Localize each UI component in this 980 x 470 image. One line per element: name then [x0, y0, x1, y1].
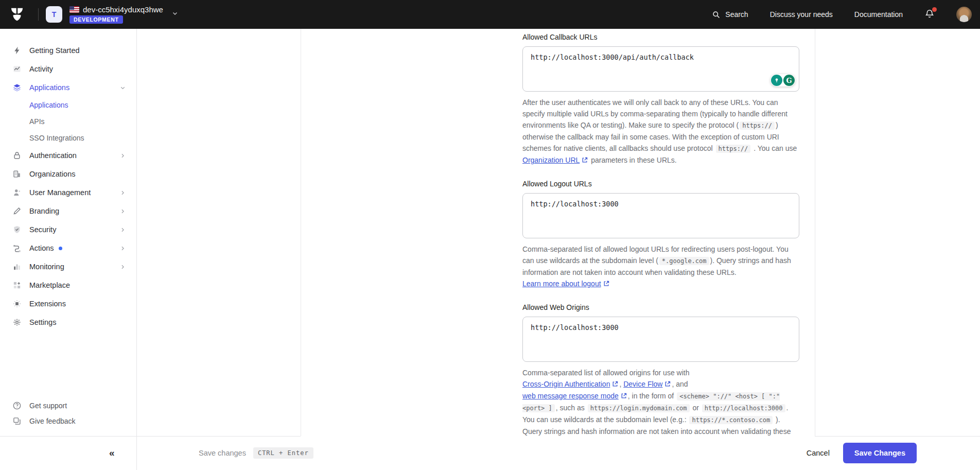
external-link-icon — [603, 278, 609, 290]
sidebar-item-branding[interactable]: Branding — [0, 202, 136, 220]
bar-chart-icon — [12, 262, 22, 271]
external-link-icon — [582, 155, 588, 166]
collapse-sidebar-button[interactable]: « — [109, 447, 115, 459]
search-label: Search — [725, 10, 748, 19]
user-icon — [12, 188, 22, 197]
layers-icon — [12, 83, 22, 92]
activity-chart-icon — [12, 64, 22, 74]
chevron-right-icon — [119, 208, 126, 215]
lightning-icon — [12, 46, 22, 55]
sidebar-item-organizations[interactable]: Organizations — [0, 165, 136, 183]
chevron-right-icon — [119, 189, 126, 196]
grammarly-widget[interactable]: G — [771, 74, 795, 86]
user-avatar[interactable] — [956, 7, 972, 22]
search-icon — [712, 10, 721, 19]
callback-urls-label: Allowed Callback URLs — [522, 32, 799, 42]
environment-badge: DEVELOPMENT — [69, 15, 123, 24]
feedback-chat-icon — [12, 416, 22, 426]
help-link[interactable]: web message response mode — [522, 392, 619, 400]
cancel-button[interactable]: Cancel — [807, 449, 830, 457]
chevron-down-icon — [171, 10, 179, 19]
keyboard-shortcut-badge: CTRL + Enter — [253, 447, 313, 459]
sidebar-item-activity[interactable]: Activity — [0, 60, 136, 78]
web-origins-input[interactable]: http://localhost:3000 — [522, 317, 799, 362]
save-changes-button[interactable]: Save Changes — [843, 443, 917, 463]
auth0-dashboard: T dev-cc5hxi4yduxq3hwe DEVELOPMENT Searc… — [0, 0, 980, 470]
footer-action-bar: « Save changes CTRL + Enter Cancel Save … — [0, 436, 980, 470]
topbar-divider — [38, 8, 39, 21]
grammarly-suggestion-icon[interactable] — [771, 75, 782, 86]
tenant-avatar: T — [46, 6, 62, 23]
flow-icon — [12, 243, 22, 253]
gear-icon — [12, 318, 22, 327]
help-link[interactable]: Organization URL — [522, 156, 580, 164]
application-uris-form: Allowed Callback URLs http://localhost:3… — [522, 29, 799, 448]
actions-notification-dot — [59, 247, 62, 250]
grid-plus-icon — [12, 281, 22, 290]
notification-dot — [932, 7, 937, 12]
chevron-right-icon — [119, 264, 126, 270]
help-link[interactable]: Device Flow — [623, 380, 662, 388]
search-button[interactable]: Search — [712, 10, 748, 19]
paintbrush-icon — [12, 206, 22, 216]
sidebar-subitem-apis[interactable]: APIs — [0, 113, 136, 130]
chevron-right-icon — [119, 152, 126, 159]
help-link[interactable]: Learn more about logout — [522, 280, 601, 288]
give-feedback-link[interactable]: Give feedback — [0, 413, 136, 429]
grammarly-icon[interactable]: G — [783, 75, 795, 86]
help-link[interactable]: Cross-Origin Authentication — [522, 380, 610, 388]
chevron-right-icon — [119, 245, 126, 252]
logout-urls-input[interactable]: http://localhost:3000 — [522, 193, 799, 238]
sidebar-item-extensions[interactable]: Extensions — [0, 294, 136, 313]
external-link-icon — [621, 391, 627, 402]
extensions-icon — [12, 299, 22, 308]
top-bar: T dev-cc5hxi4yduxq3hwe DEVELOPMENT Searc… — [0, 0, 980, 29]
external-link-icon — [664, 379, 671, 390]
tenant-switcher[interactable]: T dev-cc5hxi4yduxq3hwe DEVELOPMENT — [46, 5, 179, 24]
sidebar-item-marketplace[interactable]: Marketplace — [0, 276, 136, 294]
building-icon — [12, 169, 22, 179]
sidebar-item-authentication[interactable]: Authentication — [0, 146, 136, 165]
shield-check-icon — [12, 225, 22, 234]
sidebar-item-getting-started[interactable]: Getting Started — [0, 41, 136, 60]
sidebar-item-user-management[interactable]: User Management — [0, 183, 136, 202]
save-hint-label: Save changes — [199, 449, 246, 457]
sidebar-item-security[interactable]: Security — [0, 220, 136, 239]
tenant-name: dev-cc5hxi4yduxq3hwe — [83, 5, 163, 14]
documentation-link[interactable]: Documentation — [854, 10, 903, 19]
sidebar: Getting Started Activity Applications Ap… — [0, 29, 136, 436]
web-origins-label: Allowed Web Origins — [522, 302, 799, 312]
us-flag-icon — [69, 6, 79, 13]
logout-urls-help: Comma-separated list of allowed logout U… — [522, 243, 799, 290]
external-link-icon — [612, 379, 618, 390]
logout-urls-section: Allowed Logout URLs http://localhost:300… — [522, 179, 799, 290]
sidebar-item-actions[interactable]: Actions — [0, 239, 136, 257]
sidebar-item-monitoring[interactable]: Monitoring — [0, 257, 136, 276]
auth0-logo-icon — [9, 7, 25, 22]
sidebar-subitem-applications[interactable]: Applications — [0, 97, 136, 113]
logout-urls-label: Allowed Logout URLs — [522, 179, 799, 189]
sidebar-subitem-sso-integrations[interactable]: SSO Integrations — [0, 130, 136, 146]
sidebar-item-applications[interactable]: Applications — [0, 78, 136, 97]
discuss-needs-link[interactable]: Discuss your needs — [770, 10, 833, 19]
chevron-up-icon — [119, 84, 126, 91]
get-support-link[interactable]: Get support — [0, 398, 136, 413]
callback-urls-input[interactable]: http://localhost:3000/api/auth/callback — [522, 46, 799, 92]
help-circle-icon — [12, 401, 22, 410]
notifications-button[interactable] — [924, 9, 935, 21]
lock-icon — [12, 151, 22, 160]
panel-left-border — [301, 29, 301, 436]
chevron-right-icon — [119, 227, 126, 233]
callback-urls-section: Allowed Callback URLs http://localhost:3… — [522, 32, 799, 166]
callback-urls-help: After the user authenticates we will onl… — [522, 97, 799, 166]
web-origins-section: Allowed Web Origins http://localhost:300… — [522, 302, 799, 448]
panel-right-border — [815, 29, 815, 436]
sidebar-item-settings[interactable]: Settings — [0, 313, 136, 332]
sidebar-border — [136, 29, 137, 470]
